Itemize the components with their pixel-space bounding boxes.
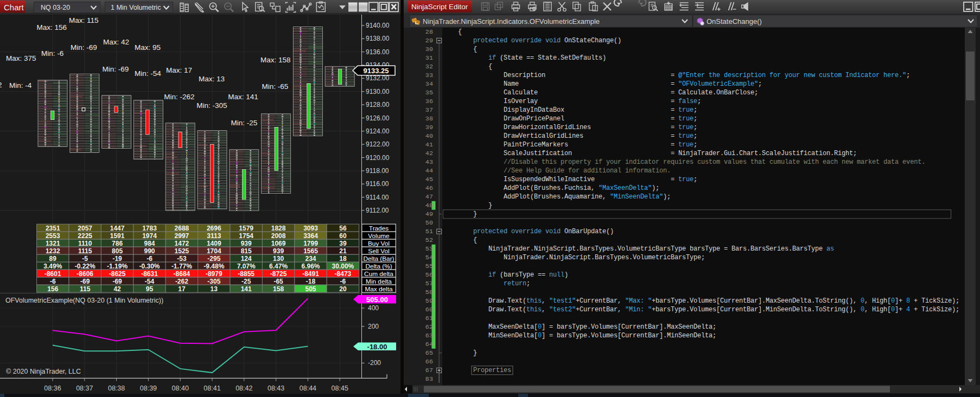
svg-text:6.47%: 6.47%	[269, 262, 288, 270]
svg-text:IsOverlay: IsOverlay	[504, 98, 538, 105]
svg-text:158: 158	[273, 285, 284, 293]
svg-text:1828: 1828	[271, 225, 286, 232]
svg-text:141: 141	[241, 285, 252, 293]
svg-text:-8979: -8979	[206, 270, 222, 278]
svg-text:Delta (%): Delta (%)	[365, 262, 392, 270]
svg-text:08:38: 08:38	[108, 385, 125, 392]
svg-text:© 2020 NinjaTrader, LLC: © 2020 NinjaTrader, LLC	[6, 368, 81, 375]
svg-text:30: 30	[425, 46, 433, 53]
svg-text:3113: 3113	[207, 232, 221, 240]
svg-text:PaintPriceMarkers: PaintPriceMarkers	[504, 141, 568, 149]
svg-text:=: =	[671, 176, 678, 183]
svg-text:true: true	[678, 132, 693, 140]
svg-text:-295: -295	[207, 255, 220, 262]
svg-text:9133.25: 9133.25	[364, 67, 389, 75]
svg-text:56: 56	[425, 271, 433, 279]
svg-text:-0.22%: -0.22%	[75, 262, 96, 270]
svg-text://See Help Guide for additiona: //See Help Guide for additional informat…	[504, 167, 671, 175]
svg-text:-8625: -8625	[109, 270, 126, 278]
svg-text:]+: ]+	[895, 306, 906, 313]
svg-text:9120.00: 9120.00	[366, 154, 390, 162]
svg-text:-5: -5	[82, 255, 88, 262]
svg-text:,: ,	[542, 297, 549, 305]
svg-text:] = barsType.Volumes[CurrentBa: ] = barsType.Volumes[CurrentBar].MaxSeen…	[542, 323, 716, 331]
svg-text:true: true	[678, 176, 693, 183]
svg-text:984: 984	[144, 240, 155, 247]
svg-text:51: 51	[425, 228, 433, 235]
svg-text:40: 40	[425, 132, 433, 140]
svg-text:"Max: ": "Max: "	[625, 297, 652, 305]
svg-text:;: ;	[906, 72, 910, 79]
svg-text:786: 786	[112, 240, 123, 247]
svg-text:"test2": "test2"	[549, 306, 576, 313]
svg-text:8: 8	[906, 297, 910, 305]
svg-text:48: 48	[425, 202, 433, 209]
svg-text:NinjaTrader.NinjaScript.BarsTy: NinjaTrader.NinjaScript.BarsTypes.Volume…	[488, 245, 826, 253]
svg-text:-8684: -8684	[174, 270, 190, 278]
svg-text:-262: -262	[175, 278, 188, 285]
svg-text:, High[: , High[	[864, 297, 891, 305]
svg-text:Min: -65: Min: -65	[262, 82, 289, 91]
svg-text:37: 37	[425, 106, 433, 114]
svg-text:59: 59	[425, 297, 433, 305]
svg-text:9136.00: 9136.00	[366, 48, 390, 56]
svg-text:Min: -262: Min: -262	[164, 93, 194, 101]
svg-text:= Calculate.OnBarClose;: = Calculate.OnBarClose;	[671, 89, 758, 97]
svg-text:Max: 156: Max: 156	[37, 23, 67, 31]
svg-text:4: 4	[906, 306, 910, 313]
svg-text:Delta (Bar): Delta (Bar)	[363, 255, 394, 262]
svg-text:57: 57	[425, 280, 433, 287]
svg-text:Buy Vol: Buy Vol	[368, 240, 390, 247]
svg-text:{: {	[458, 28, 462, 36]
svg-text:-8491: -8491	[302, 270, 319, 278]
svg-text:Sell Vol: Sell Vol	[368, 247, 389, 255]
svg-text:false: false	[678, 98, 697, 105]
svg-text:0: 0	[861, 306, 864, 313]
svg-text:Min: -6: Min: -6	[41, 49, 63, 57]
svg-text:234: 234	[305, 255, 316, 262]
svg-text:115: 115	[80, 285, 91, 293]
svg-text:21: 21	[339, 247, 347, 255]
svg-text:if: if	[488, 54, 500, 62]
svg-text:NinjaScript Editor: NinjaScript Editor	[411, 3, 468, 11]
svg-text:"MaxSeenDelta": "MaxSeenDelta"	[599, 184, 652, 192]
svg-text:08:37: 08:37	[76, 385, 93, 392]
svg-text:-8601: -8601	[44, 270, 61, 278]
svg-text:2553: 2553	[46, 232, 60, 240]
svg-text:{: {	[473, 236, 477, 244]
svg-text:;: ;	[758, 80, 762, 88]
svg-text:1579: 1579	[239, 225, 253, 232]
svg-text:IsSuspendedWhileInactive: IsSuspendedWhileInactive	[504, 176, 595, 183]
svg-text:1447: 1447	[110, 225, 125, 232]
svg-text:): )	[564, 271, 568, 279]
svg-text:9112.00: 9112.00	[366, 207, 389, 214]
svg-text:200: 200	[368, 323, 379, 330]
svg-text:true: true	[678, 106, 693, 114]
svg-text:939: 939	[273, 247, 284, 255]
svg-text:-18: -18	[306, 278, 316, 285]
svg-text:41: 41	[425, 141, 433, 149]
svg-text:18: 18	[339, 255, 347, 262]
svg-text:Min: -69: Min: -69	[103, 65, 129, 73]
svg-text:-0.30%: -0.30%	[139, 262, 160, 270]
svg-text:95: 95	[146, 285, 154, 293]
svg-text:08:45: 08:45	[332, 385, 348, 392]
svg-text:1783: 1783	[142, 225, 157, 232]
svg-text:-69: -69	[80, 278, 90, 285]
svg-text:505.00: 505.00	[366, 296, 388, 304]
svg-text:Max: 95: Max: 95	[135, 43, 161, 52]
svg-text:+barsType.Volumes[CurrentBar].: +barsType.Volumes[CurrentBar].MaxSeenDel…	[652, 297, 861, 305]
svg-text:=: =	[671, 98, 678, 105]
svg-text:9122.00: 9122.00	[366, 140, 390, 148]
svg-text:true: true	[678, 124, 693, 131]
svg-text:28: 28	[425, 28, 433, 36]
svg-text:1069: 1069	[271, 240, 286, 247]
svg-text:=: =	[671, 72, 678, 79]
svg-text:0: 0	[891, 306, 895, 313]
svg-text:2997: 2997	[175, 232, 189, 240]
svg-text:Min: -54: Min: -54	[135, 69, 161, 78]
svg-text:42: 42	[425, 150, 433, 157]
svg-text:1409: 1409	[207, 240, 221, 247]
svg-text:33: 33	[425, 72, 433, 79]
svg-text:9116.00: 9116.00	[366, 180, 389, 188]
